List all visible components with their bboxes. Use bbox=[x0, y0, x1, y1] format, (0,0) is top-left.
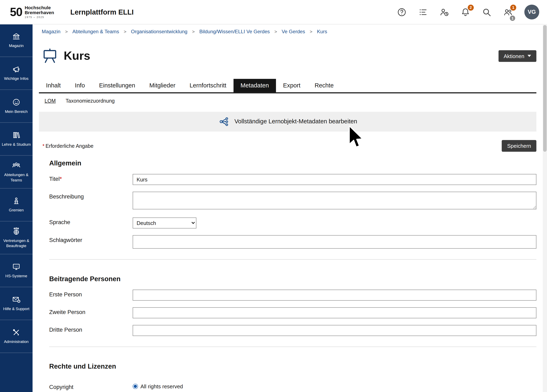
app-title: Lernplattform ELLI bbox=[70, 8, 134, 16]
mail-help-icon: ? bbox=[12, 295, 21, 304]
tab-export[interactable]: Export bbox=[276, 79, 308, 92]
erste-person-input[interactable] bbox=[133, 290, 536, 301]
aktionen-button[interactable]: Aktionen bbox=[498, 50, 536, 62]
zweite-person-input[interactable] bbox=[133, 307, 536, 318]
sidebar-item-hilfe-support[interactable]: ? Hilfe & Support bbox=[0, 287, 33, 320]
breadcrumb-item[interactable]: Kurs bbox=[317, 29, 327, 34]
beschreibung-label: Beschreibung bbox=[49, 192, 133, 200]
field-row-zweite-person: Zweite Person bbox=[49, 307, 537, 318]
globe-people-icon bbox=[12, 227, 21, 236]
sidebar-item-label: Gremien bbox=[9, 208, 24, 213]
university-logo[interactable]: 50 Hochschule Bremerhaven 1975 – 2025 bbox=[10, 5, 54, 19]
search-icon[interactable] bbox=[482, 7, 492, 17]
sprache-select[interactable]: Deutsch bbox=[133, 217, 196, 229]
section-divider bbox=[49, 347, 537, 347]
field-row-copyright: Copyright All rights reserved bbox=[49, 382, 537, 391]
sidebar-item-gremien[interactable]: Gremien bbox=[0, 189, 33, 221]
tab-info[interactable]: Info bbox=[68, 79, 92, 92]
logo-line2: Bremerhaven bbox=[25, 10, 54, 15]
titel-label-text: Titel bbox=[49, 176, 60, 182]
sidebar-item-label: Hilfe & Support bbox=[3, 306, 29, 311]
sidebar-item-abteilungen-teams[interactable]: Abteilungen & Teams bbox=[0, 155, 33, 189]
sidebar-item-wichtige-infos[interactable]: Wichtige Infos bbox=[0, 57, 33, 90]
tab-bar: Inhalt Info Einstellungen Mitglieder Ler… bbox=[39, 79, 537, 94]
logo-text: Hochschule Bremerhaven 1975 – 2025 bbox=[25, 5, 54, 19]
subtab-lom[interactable]: LOM bbox=[45, 98, 56, 104]
metadata-form: Allgemein Titel* Beschreibung Sprache bbox=[39, 160, 537, 391]
members-icon[interactable]: 1 1 bbox=[503, 7, 513, 17]
copyright-radio-row[interactable]: All rights reserved bbox=[133, 382, 536, 389]
breadcrumb-item[interactable]: Bildung/Wissen/ELLI Ve Gerdes bbox=[199, 29, 270, 34]
zweite-person-label: Zweite Person bbox=[49, 307, 133, 316]
field-row-schlagwoerter: Schlagwörter bbox=[49, 235, 537, 249]
list-icon[interactable] bbox=[418, 7, 428, 17]
titel-input[interactable] bbox=[133, 174, 536, 185]
page-title: Kurs bbox=[64, 49, 90, 63]
breadcrumb-item[interactable]: Ve Gerdes bbox=[282, 29, 305, 34]
people-icon bbox=[12, 161, 21, 170]
tab-rechte[interactable]: Rechte bbox=[308, 79, 341, 92]
megaphone-icon bbox=[12, 65, 21, 74]
chevron-right-icon: > bbox=[124, 29, 126, 34]
page-title-row: Kurs Aktionen bbox=[39, 41, 537, 71]
sidebar-item-hs-systeme[interactable]: HS-Systeme bbox=[0, 254, 33, 287]
vertical-scrollbar[interactable] bbox=[543, 24, 547, 392]
logo-line1: Hochschule bbox=[25, 5, 54, 10]
contact-requests-icon[interactable] bbox=[439, 7, 449, 17]
speichern-button[interactable]: Speichern bbox=[502, 140, 536, 152]
notifications-bell-icon[interactable]: 2 bbox=[461, 7, 470, 17]
beschreibung-textarea[interactable] bbox=[133, 192, 536, 209]
header-icon-bar: 2 1 1 VG bbox=[397, 0, 539, 24]
required-hint-text: Erforderliche Angabe bbox=[46, 143, 93, 149]
user-avatar[interactable]: VG bbox=[524, 5, 539, 19]
sidebar-item-label: HS-Systeme bbox=[5, 274, 27, 279]
app-header: 50 Hochschule Bremerhaven 1975 – 2025 Le… bbox=[0, 0, 547, 24]
metadata-tree-icon bbox=[218, 116, 229, 128]
breadcrumb-item[interactable]: Magazin bbox=[42, 29, 60, 34]
committee-icon bbox=[12, 197, 21, 205]
subtab-taxonomiezuordnung[interactable]: Taxonomiezuordnung bbox=[66, 98, 115, 104]
chevron-right-icon: > bbox=[310, 29, 312, 34]
tools-icon bbox=[12, 328, 21, 337]
sidebar-item-magazin[interactable]: Magazin bbox=[0, 24, 33, 57]
main-sidebar: Magazin Wichtige Infos Mein Bereich Lehr… bbox=[0, 24, 33, 392]
dritte-person-input[interactable] bbox=[133, 325, 536, 336]
sidebar-item-lehre-studium[interactable]: Lehre & Studium bbox=[0, 123, 33, 155]
svg-text:?: ? bbox=[18, 300, 19, 303]
field-row-titel: Titel* bbox=[49, 174, 537, 185]
section-heading-beitragende: Beitragende Personen bbox=[49, 275, 537, 283]
help-icon[interactable] bbox=[397, 7, 407, 17]
bell-badge: 2 bbox=[468, 5, 474, 10]
sidebar-item-vertretungen[interactable]: Vertretungen & Beauftragte bbox=[0, 222, 33, 254]
sidebar-item-label: Mein Bereich bbox=[5, 109, 28, 114]
tab-metadaten[interactable]: Metadaten bbox=[233, 79, 276, 92]
scrollbar-thumb[interactable] bbox=[543, 25, 547, 152]
section-heading-rechte: Rechte und Lizenzen bbox=[49, 363, 537, 371]
course-board-icon bbox=[42, 48, 58, 64]
breadcrumb-item[interactable]: Organisationsentwicklung bbox=[131, 29, 187, 34]
members-badge-secondary: 1 bbox=[510, 15, 515, 21]
field-row-sprache: Sprache Deutsch bbox=[49, 217, 537, 229]
members-badge: 1 bbox=[510, 5, 516, 10]
sidebar-item-mein-bereich[interactable]: Mein Bereich bbox=[0, 90, 33, 123]
schlagwoerter-input[interactable] bbox=[133, 235, 536, 249]
full-metadata-link[interactable]: Vollständige Lernobjekt-Metadaten bearbe… bbox=[39, 112, 537, 132]
tab-mitglieder[interactable]: Mitglieder bbox=[142, 79, 183, 92]
field-row-dritte-person: Dritte Person bbox=[49, 325, 537, 336]
aktionen-label: Aktionen bbox=[504, 53, 524, 59]
breadcrumb-item[interactable]: Abteilungen & Teams bbox=[72, 29, 119, 34]
monitor-icon bbox=[12, 263, 21, 271]
chevron-right-icon: > bbox=[65, 29, 68, 34]
sidebar-item-label: Lehre & Studium bbox=[2, 142, 31, 147]
books-icon bbox=[12, 131, 21, 139]
sidebar-item-label: Magazin bbox=[9, 43, 24, 48]
tab-inhalt[interactable]: Inhalt bbox=[39, 79, 68, 92]
required-asterisk: * bbox=[42, 143, 45, 149]
tab-lernfortschritt[interactable]: Lernfortschritt bbox=[183, 79, 233, 92]
tab-einstellungen[interactable]: Einstellungen bbox=[92, 79, 142, 92]
sidebar-item-administration[interactable]: Administration bbox=[0, 320, 33, 353]
copyright-option-text: All rights reserved bbox=[140, 383, 183, 389]
titel-required-asterisk: * bbox=[60, 176, 62, 182]
smiley-icon bbox=[12, 98, 21, 107]
copyright-radio[interactable] bbox=[133, 384, 138, 389]
